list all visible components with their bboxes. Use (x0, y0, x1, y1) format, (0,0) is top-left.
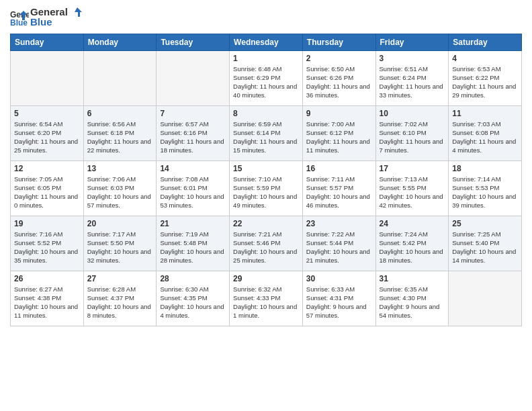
day-number: 29 (233, 274, 299, 283)
week-row-5: 26Sunrise: 6:27 AM Sunset: 4:38 PM Dayli… (11, 271, 522, 326)
day-number: 3 (380, 54, 445, 63)
day-info: Sunrise: 6:28 AM Sunset: 4:37 PM Dayligh… (87, 285, 153, 320)
day-number: 1 (233, 54, 299, 63)
day-cell: 23Sunrise: 7:22 AM Sunset: 5:44 PM Dayli… (302, 216, 375, 271)
day-info: Sunrise: 7:22 AM Sunset: 5:44 PM Dayligh… (306, 230, 372, 265)
week-row-3: 12Sunrise: 7:05 AM Sunset: 6:05 PM Dayli… (11, 161, 522, 216)
weekday-header-row: SundayMondayTuesdayWednesdayThursdayFrid… (11, 34, 522, 50)
day-cell: 1Sunrise: 6:48 AM Sunset: 6:29 PM Daylig… (230, 50, 303, 105)
day-info: Sunrise: 6:57 AM Sunset: 6:16 PM Dayligh… (160, 120, 226, 155)
day-cell: 26Sunrise: 6:27 AM Sunset: 4:38 PM Dayli… (11, 271, 84, 326)
day-cell (11, 50, 84, 105)
day-info: Sunrise: 6:51 AM Sunset: 6:24 PM Dayligh… (380, 64, 445, 100)
week-row-4: 19Sunrise: 7:16 AM Sunset: 5:52 PM Dayli… (11, 216, 522, 271)
day-number: 15 (233, 164, 299, 173)
week-row-2: 5Sunrise: 6:54 AM Sunset: 6:20 PM Daylig… (11, 105, 522, 161)
day-cell: 5Sunrise: 6:54 AM Sunset: 6:20 PM Daylig… (11, 105, 84, 161)
day-cell: 2Sunrise: 6:50 AM Sunset: 6:26 PM Daylig… (302, 50, 375, 105)
day-number: 27 (87, 274, 153, 283)
day-cell: 19Sunrise: 7:16 AM Sunset: 5:52 PM Dayli… (11, 216, 84, 271)
day-cell (157, 50, 230, 105)
day-info: Sunrise: 6:56 AM Sunset: 6:18 PM Dayligh… (87, 120, 153, 155)
day-info: Sunrise: 6:54 AM Sunset: 6:20 PM Dayligh… (14, 120, 80, 155)
day-cell: 22Sunrise: 7:21 AM Sunset: 5:46 PM Dayli… (230, 216, 303, 271)
day-info: Sunrise: 6:32 AM Sunset: 4:33 PM Dayligh… (233, 285, 299, 320)
logo: General Blue General Blue (10, 7, 84, 28)
day-info: Sunrise: 7:16 AM Sunset: 5:52 PM Dayligh… (14, 230, 80, 265)
day-cell: 20Sunrise: 7:17 AM Sunset: 5:50 PM Dayli… (83, 216, 157, 271)
day-info: Sunrise: 7:17 AM Sunset: 5:50 PM Dayligh… (87, 230, 153, 265)
day-number: 14 (160, 164, 226, 173)
day-number: 20 (87, 219, 153, 228)
day-number: 13 (87, 164, 153, 173)
day-cell: 17Sunrise: 7:13 AM Sunset: 5:55 PM Dayli… (375, 161, 449, 216)
day-info: Sunrise: 7:00 AM Sunset: 6:12 PM Dayligh… (306, 120, 372, 155)
day-info: Sunrise: 7:05 AM Sunset: 6:05 PM Dayligh… (14, 175, 80, 210)
day-number: 12 (14, 164, 80, 173)
day-info: Sunrise: 7:21 AM Sunset: 5:46 PM Dayligh… (233, 230, 299, 265)
day-cell: 28Sunrise: 6:30 AM Sunset: 4:35 PM Dayli… (157, 271, 230, 326)
svg-text:Blue: Blue (10, 18, 28, 27)
day-number: 11 (452, 109, 518, 118)
day-number: 8 (233, 109, 299, 118)
day-info: Sunrise: 7:19 AM Sunset: 5:48 PM Dayligh… (160, 230, 226, 265)
day-number: 17 (380, 164, 445, 173)
week-row-1: 1Sunrise: 6:48 AM Sunset: 6:29 PM Daylig… (11, 50, 522, 105)
day-info: Sunrise: 6:27 AM Sunset: 4:38 PM Dayligh… (14, 285, 80, 320)
day-number: 16 (306, 164, 372, 173)
logo-blue: Blue (30, 17, 84, 28)
day-number: 26 (14, 274, 80, 283)
day-cell: 9Sunrise: 7:00 AM Sunset: 6:12 PM Daylig… (302, 105, 375, 161)
weekday-header-wednesday: Wednesday (230, 34, 303, 50)
day-info: Sunrise: 6:53 AM Sunset: 6:22 PM Dayligh… (452, 64, 518, 100)
day-number: 10 (380, 109, 445, 118)
day-cell: 13Sunrise: 7:06 AM Sunset: 6:03 PM Dayli… (83, 161, 157, 216)
day-cell: 16Sunrise: 7:11 AM Sunset: 5:57 PM Dayli… (302, 161, 375, 216)
day-info: Sunrise: 7:24 AM Sunset: 5:42 PM Dayligh… (380, 230, 445, 265)
day-info: Sunrise: 6:50 AM Sunset: 6:26 PM Dayligh… (306, 64, 372, 100)
day-info: Sunrise: 7:10 AM Sunset: 5:59 PM Dayligh… (233, 175, 299, 210)
day-number: 21 (160, 219, 226, 228)
day-info: Sunrise: 6:30 AM Sunset: 4:35 PM Dayligh… (160, 285, 226, 320)
day-cell: 12Sunrise: 7:05 AM Sunset: 6:05 PM Dayli… (11, 161, 84, 216)
calendar: SundayMondayTuesdayWednesdayThursdayFrid… (10, 34, 522, 326)
day-info: Sunrise: 7:02 AM Sunset: 6:10 PM Dayligh… (380, 120, 445, 155)
weekday-header-thursday: Thursday (302, 34, 375, 50)
day-cell: 7Sunrise: 6:57 AM Sunset: 6:16 PM Daylig… (157, 105, 230, 161)
day-number: 28 (160, 274, 226, 283)
day-number: 23 (306, 219, 372, 228)
day-cell: 24Sunrise: 7:24 AM Sunset: 5:42 PM Dayli… (375, 216, 449, 271)
day-number: 18 (452, 164, 518, 173)
day-info: Sunrise: 7:25 AM Sunset: 5:40 PM Dayligh… (452, 230, 518, 265)
day-info: Sunrise: 6:33 AM Sunset: 4:31 PM Dayligh… (306, 285, 372, 320)
day-cell: 6Sunrise: 6:56 AM Sunset: 6:18 PM Daylig… (83, 105, 157, 161)
weekday-header-sunday: Sunday (11, 34, 84, 50)
weekday-header-friday: Friday (375, 34, 449, 50)
day-info: Sunrise: 7:11 AM Sunset: 5:57 PM Dayligh… (306, 175, 372, 210)
header: General Blue General Blue (10, 7, 522, 28)
day-cell: 3Sunrise: 6:51 AM Sunset: 6:24 PM Daylig… (375, 50, 449, 105)
day-cell: 30Sunrise: 6:33 AM Sunset: 4:31 PM Dayli… (302, 271, 375, 326)
logo-icon: General Blue (10, 8, 29, 27)
day-cell: 21Sunrise: 7:19 AM Sunset: 5:48 PM Dayli… (157, 216, 230, 271)
day-info: Sunrise: 6:59 AM Sunset: 6:14 PM Dayligh… (233, 120, 299, 155)
day-number: 22 (233, 219, 299, 228)
day-info: Sunrise: 7:08 AM Sunset: 6:01 PM Dayligh… (160, 175, 226, 210)
day-cell (83, 50, 157, 105)
day-number: 19 (14, 219, 80, 228)
weekday-header-tuesday: Tuesday (157, 34, 230, 50)
day-info: Sunrise: 7:06 AM Sunset: 6:03 PM Dayligh… (87, 175, 153, 210)
day-info: Sunrise: 6:35 AM Sunset: 4:30 PM Dayligh… (380, 285, 445, 320)
weekday-header-saturday: Saturday (449, 34, 522, 50)
day-info: Sunrise: 7:14 AM Sunset: 5:53 PM Dayligh… (452, 175, 518, 210)
day-cell: 25Sunrise: 7:25 AM Sunset: 5:40 PM Dayli… (449, 216, 522, 271)
day-cell: 14Sunrise: 7:08 AM Sunset: 6:01 PM Dayli… (157, 161, 230, 216)
day-cell: 15Sunrise: 7:10 AM Sunset: 5:59 PM Dayli… (230, 161, 303, 216)
svg-marker-2 (75, 7, 82, 17)
day-cell: 8Sunrise: 6:59 AM Sunset: 6:14 PM Daylig… (230, 105, 303, 161)
day-cell: 11Sunrise: 7:03 AM Sunset: 6:08 PM Dayli… (449, 105, 522, 161)
day-cell (449, 271, 522, 326)
day-cell: 10Sunrise: 7:02 AM Sunset: 6:10 PM Dayli… (375, 105, 449, 161)
day-number: 30 (306, 274, 372, 283)
day-number: 25 (452, 219, 518, 228)
